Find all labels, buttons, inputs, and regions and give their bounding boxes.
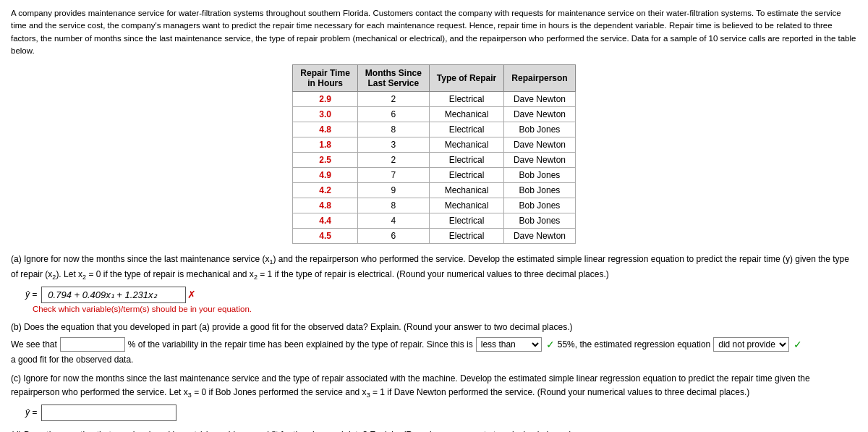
table-cell: 7 [357, 168, 429, 183]
yhat-a-symbol: ŷ = [25, 289, 37, 300]
table-cell: Dave Newton [504, 92, 575, 107]
table-cell: Bob Jones [504, 183, 575, 198]
table-cell: 6 [357, 107, 429, 122]
table-cell: Electrical [429, 168, 503, 183]
part-b-description: (b) Does the equation that you developed… [11, 321, 857, 334]
table-cell: 2 [357, 92, 429, 107]
table-cell: 3.0 [293, 107, 357, 122]
table-cell: 1.8 [293, 137, 357, 153]
table-row: 4.97ElectricalBob Jones [293, 168, 575, 183]
part-c-description: (c) Ignore for now the months since the … [11, 372, 857, 401]
table-cell: Electrical [429, 229, 503, 244]
part-b-end: a good fit for the observed data. [11, 355, 133, 365]
part-a-equation-input[interactable] [41, 287, 186, 303]
intro-text: A company provides maintenance service f… [11, 7, 857, 57]
col-header-repair-time: Repair Timein Hours [293, 65, 357, 92]
part-a-equation-container: ŷ = ✗ [25, 287, 857, 303]
table-cell: Electrical [429, 213, 503, 229]
table-cell: 9 [357, 183, 429, 198]
table-cell: Bob Jones [504, 122, 575, 137]
col-header-repairperson: Repairperson [504, 65, 575, 92]
table-cell: 4.4 [293, 213, 357, 229]
part-a-section: (a) Ignore for now the months since the … [11, 253, 857, 313]
table-cell: 4.8 [293, 198, 357, 213]
table-cell: Dave Newton [504, 107, 575, 122]
table-cell: 4.9 [293, 168, 357, 183]
table-cell: 8 [357, 122, 429, 137]
table-cell: 2.5 [293, 153, 357, 168]
part-b-blank-input[interactable] [60, 337, 125, 352]
part-d-section: (d) Does the equation that you developed… [11, 428, 857, 432]
table-cell: Electrical [429, 92, 503, 107]
part-b-label: (b) [11, 322, 22, 332]
part-b-section: (b) Does the equation that you developed… [11, 321, 857, 365]
table-row: 4.29MechanicalBob Jones [293, 183, 575, 198]
part-a-description: (a) Ignore for now the months since the … [11, 253, 857, 283]
table-cell: Electrical [429, 153, 503, 168]
table-cell: 2 [357, 153, 429, 168]
table-row: 2.52ElectricalDave Newton [293, 153, 575, 168]
data-table-container: Repair Timein Hours Months SinceLast Ser… [11, 64, 857, 244]
table-cell: Dave Newton [504, 153, 575, 168]
part-b-dropdown1[interactable]: less than greater than equal to [476, 337, 542, 352]
table-row: 4.88MechanicalBob Jones [293, 198, 575, 213]
table-row: 4.44ElectricalBob Jones [293, 213, 575, 229]
table-cell: 4.2 [293, 183, 357, 198]
table-row: 4.56ElectricalDave Newton [293, 229, 575, 244]
yhat-c-symbol: ŷ = [25, 407, 37, 418]
table-cell: 3 [357, 137, 429, 153]
part-b-row: We see that % of the variability in the … [11, 337, 857, 365]
table-row: 1.83MechanicalDave Newton [293, 137, 575, 153]
part-b-prefix: We see that [11, 339, 57, 350]
table-cell: Dave Newton [504, 229, 575, 244]
data-table: Repair Timein Hours Months SinceLast Ser… [292, 64, 575, 244]
part-c-equation-input[interactable] [41, 405, 176, 421]
part-a-xmark: ✗ [187, 289, 196, 300]
table-cell: 4.8 [293, 122, 357, 137]
part-b-check2: ✓ [793, 339, 802, 350]
table-cell: 8 [357, 198, 429, 213]
part-a-label: (a) [11, 254, 22, 264]
table-cell: Electrical [429, 122, 503, 137]
col-header-type: Type of Repair [429, 65, 503, 92]
table-cell: 4.5 [293, 229, 357, 244]
table-cell: Bob Jones [504, 168, 575, 183]
part-c-section: (c) Ignore for now the months since the … [11, 372, 857, 421]
table-cell: 2.9 [293, 92, 357, 107]
table-cell: Mechanical [429, 137, 503, 153]
table-cell: 4 [357, 213, 429, 229]
part-c-label: (c) [11, 373, 21, 384]
part-b-check1: ✓ [546, 339, 555, 350]
table-cell: Mechanical [429, 198, 503, 213]
table-cell: Mechanical [429, 107, 503, 122]
table-row: 2.92ElectricalDave Newton [293, 92, 575, 107]
part-b-suffix: % of the variability in the repair time … [128, 339, 473, 350]
part-b-threshold: 55%, the estimated regression equation [558, 339, 710, 350]
table-cell: 6 [357, 229, 429, 244]
table-row: 4.88ElectricalBob Jones [293, 122, 575, 137]
part-c-equation-container: ŷ = [25, 405, 857, 421]
part-a-check-msg: Check which variable(s)/term(s) should b… [33, 305, 857, 313]
table-row: 3.06MechanicalDave Newton [293, 107, 575, 122]
part-b-dropdown2[interactable]: did not provide provided [713, 337, 789, 352]
table-cell: Bob Jones [504, 198, 575, 213]
col-header-months: Months SinceLast Service [357, 65, 429, 92]
table-cell: Mechanical [429, 183, 503, 198]
table-cell: Bob Jones [504, 213, 575, 229]
table-cell: Dave Newton [504, 137, 575, 153]
part-d-description: (d) Does the equation that you developed… [11, 428, 857, 432]
